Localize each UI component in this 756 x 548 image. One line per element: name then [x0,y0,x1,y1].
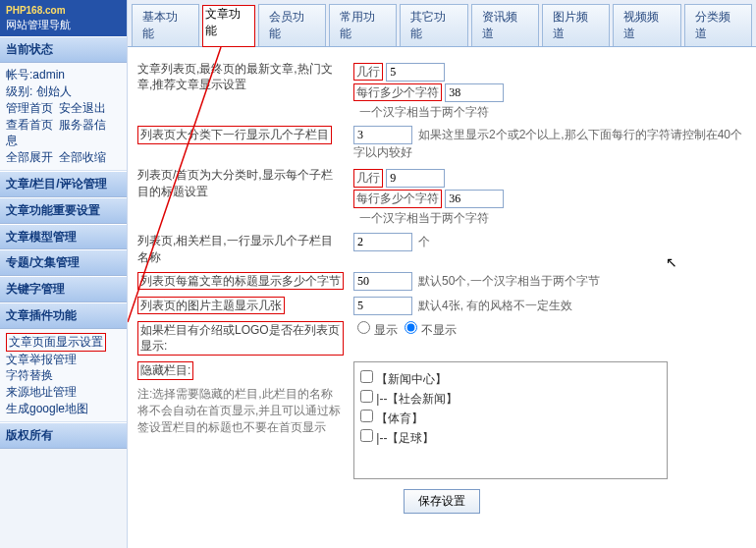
chk-social[interactable]: |--【社会新闻】 [360,390,661,408]
link-report-mgmt[interactable]: 文章举报管理 [6,353,77,366]
lbl-list-display: 文章列表页,最终页的最新文章,热门文章,推荐文章显示设置 [137,61,344,94]
row-related-cat: 列表页,相关栏目,一行显示几个子栏目名称 个 [137,233,746,266]
row-subcat-per-line: 列表页大分类下一行显示几个子栏目 如果这里显示2个或2个以上,那么下面每行的字符… [137,126,746,161]
hint-3: 一个汉字相当于两个字符 [359,210,746,227]
content: 文章列表页,最终页的最新文章,热门文章,推荐文章显示设置 几行 每行多少个字符 … [128,47,756,548]
tab-other[interactable]: 其它功能 [400,4,467,46]
tab-category[interactable]: 分类频道 [684,4,752,46]
lbl-logo-show: 如果栏目有介绍或LOGO是否在列表页显示: [137,321,344,356]
hint-5: 默认50个,一个汉字相当于两个字节 [418,274,600,288]
input-rows-2[interactable] [386,169,445,188]
input-subcat[interactable] [353,126,412,144]
row-logo-show: 如果栏目有介绍或LOGO是否在列表页显示: 显示 不显示 [137,321,746,356]
input-image-count[interactable] [353,297,412,315]
input-title-bytes[interactable] [353,272,412,291]
link-view-home[interactable]: 查看首页 [6,118,53,132]
lbl-subcat-title: 列表页/首页为大分类时,显示每个子栏目的标题设置 [137,167,344,200]
save-button[interactable]: 保存设置 [404,489,480,514]
chk-sports[interactable]: 【体育】 [360,410,661,427]
lbl-rows: 几行 [353,63,383,82]
sidebar: PHP168.com 网站管理导航 当前状态 帐号:admin 级别: 创始人 … [0,0,128,548]
account-label: 帐号: [6,68,32,82]
link-logout[interactable]: 安全退出 [59,101,106,115]
lbl-image-count: 列表页的图片主题显示几张 [137,297,285,315]
group-copyright: 版权所有 [0,422,127,449]
input-chars-1[interactable] [445,83,504,102]
tab-article[interactable]: 文章功能 [202,5,254,47]
lbl-chars-2: 每行多少个字符 [353,190,442,208]
account-name: admin [32,68,65,82]
tab-basic[interactable]: 基本功能 [132,4,199,46]
plugin-items: 文章页面显示设置 文章举报管理 字符替换 来源地址管理 生成google地图 [0,329,127,422]
group-model-mgmt[interactable]: 文章模型管理 [0,224,127,250]
radio-show[interactable]: 显示 [353,323,398,337]
group-article-mgmt[interactable]: 文章/栏目/评论管理 [0,171,127,197]
hide-cat-list: 【新闻中心】 |--【社会新闻】 【体育】 |--【足球】 [353,361,668,479]
tab-news[interactable]: 资讯频道 [471,4,539,46]
tab-image[interactable]: 图片频道 [542,4,610,46]
unit-4: 个 [418,235,430,248]
link-collapse-all[interactable]: 全部收缩 [59,150,106,164]
input-chars-2[interactable] [445,190,504,208]
account-level: 级别: 创始人 [6,83,121,100]
main: 基本功能 文章功能 会员功能 常用功能 其它功能 资讯频道 图片频道 视频频道 … [128,0,756,548]
tab-member[interactable]: 会员功能 [258,4,326,46]
link-source-mgmt[interactable]: 来源地址管理 [6,385,77,399]
group-plugin[interactable]: 文章插件功能 [0,302,127,329]
link-page-display[interactable]: 文章页面显示设置 [6,333,106,352]
link-google-sitemap[interactable]: 生成google地图 [6,402,88,415]
lbl-related: 列表页,相关栏目,一行显示几个子栏目名称 [137,233,344,266]
link-char-replace[interactable]: 字符替换 [6,368,53,382]
lbl-rows-2: 几行 [353,169,383,188]
logo-subtitle: PHP168.com [6,4,121,18]
row-image-count: 列表页的图片主题显示几张 默认4张, 有的风格不一定生效 [137,297,746,315]
tab-bar: 基本功能 文章功能 会员功能 常用功能 其它功能 资讯频道 图片频道 视频频道 … [128,0,756,47]
input-related[interactable] [353,233,412,251]
lbl-hide-cat: 隐藏栏目: [137,361,193,380]
group-keyword-mgmt[interactable]: 关键字管理 [0,276,127,302]
row-hide-cat: 隐藏栏目: 注:选择需要隐藏的栏目,此栏目的名称将不会自动在首页显示,并且可以通… [137,361,746,479]
row-subcat-title: 列表页/首页为大分类时,显示每个子栏目的标题设置 几行 每行多少个字符 一个汉字… [137,167,746,227]
logo: PHP168.com 网站管理导航 [0,0,127,36]
row-list-display: 文章列表页,最终页的最新文章,热门文章,推荐文章显示设置 几行 每行多少个字符 … [137,61,746,121]
group-topic-mgmt[interactable]: 专题/文集管理 [0,249,127,276]
lbl-title-bytes: 列表页每篇文章的标题显示多少个字节 [137,272,344,291]
hint-1: 一个汉字相当于两个字符 [359,104,746,121]
row-title-bytes: 列表页每篇文章的标题显示多少个字节 默认50个,一个汉字相当于两个字节 [137,272,746,291]
link-admin-home[interactable]: 管理首页 [6,101,53,115]
link-expand-all[interactable]: 全部展开 [6,150,53,164]
tab-video[interactable]: 视频频道 [613,4,680,46]
chk-football[interactable]: |--【足球】 [360,429,661,447]
cursor-icon: ↖ [666,253,677,273]
lbl-chars: 每行多少个字符 [353,83,442,102]
note-hide-cat: 注:选择需要隐藏的栏目,此栏目的名称将不会自动在首页显示,并且可以通过标签设置栏… [137,386,344,435]
status-header: 当前状态 [0,36,127,63]
tab-common[interactable]: 常用功能 [329,4,397,46]
lbl-subcat: 列表页大分类下一行显示几个子栏目 [137,126,332,144]
radio-hide[interactable]: 不显示 [401,323,457,337]
group-article-settings[interactable]: 文章功能重要设置 [0,197,127,224]
logo-title: 网站管理导航 [6,19,71,30]
chk-news[interactable]: 【新闻中心】 [360,370,661,388]
input-rows-1[interactable] [386,63,445,82]
account-block: 帐号:admin 级别: 创始人 管理首页安全退出 查看首页服务器信息 全部展开… [0,63,127,171]
hint-6: 默认4张, 有的风格不一定生效 [418,299,572,312]
